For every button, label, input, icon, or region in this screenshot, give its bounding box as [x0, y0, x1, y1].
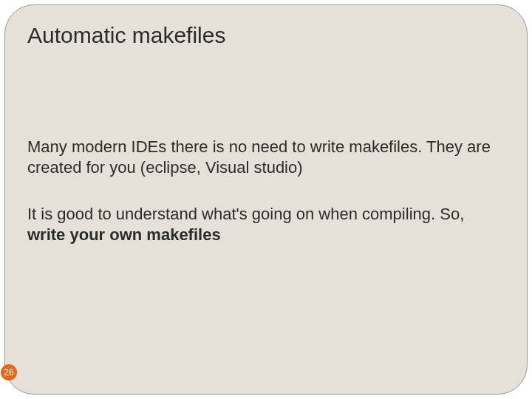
paragraph-2-prefix: It is good to understand what's going on… [27, 205, 464, 223]
paragraph-1: Many modern IDEs there is no need to wri… [27, 137, 505, 177]
slide-frame: Automatic makefiles Many modern IDEs the… [4, 4, 528, 395]
page-number-badge: 26 [1, 364, 17, 381]
slide-title: Automatic makefiles [27, 23, 505, 48]
paragraph-2-bold: write your own makefiles [27, 225, 221, 244]
page-number: 26 [4, 367, 13, 378]
paragraph-2: It is good to understand what's going on… [27, 204, 505, 245]
